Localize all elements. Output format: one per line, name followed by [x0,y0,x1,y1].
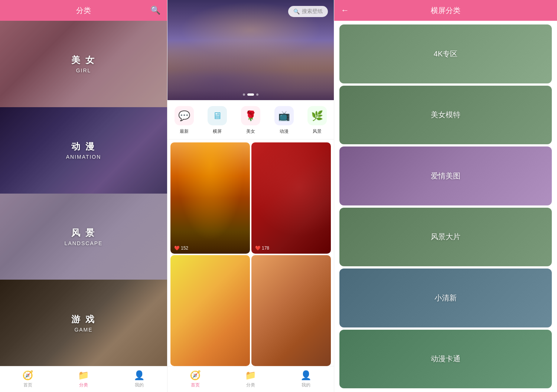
category-en-anime: ANIMATION [66,154,101,160]
nav-item-categories-1[interactable]: 📁 分类 [72,370,95,388]
landscape-item-scenery[interactable]: 风景大片 [339,208,552,267]
landscape-item-anime[interactable]: 动漫卡通 [339,330,552,389]
landscape-icon: 🖥 [208,106,227,125]
home-grid: ❤️ 152 ❤️ 178 [167,139,334,366]
home-cat-anime[interactable]: 📺 动漫 [274,106,294,135]
landscape-header: ← 横屏分类 [334,0,557,21]
landscape-category-list: 4K专区 美女模特 爱情美图 风景大片 小清新 动漫卡通 [334,21,557,392]
back-button[interactable]: ← [341,6,349,15]
landscape-item-love[interactable]: 爱情美图 [339,146,552,205]
nav-label-categories-1: 分类 [79,382,88,388]
heart-icon-1: ❤️ [174,246,180,251]
home-cat-label-anime: 动漫 [280,128,289,135]
home-icon-2: 🧭 [190,370,201,381]
profile-icon-1: 👤 [134,370,145,381]
home-cat-label-beauty: 美女 [246,128,255,135]
bottom-nav-home: 🧭 首页 📁 分类 👤 我的 [167,366,334,392]
category-zh-landscape: 风 景 [71,227,96,239]
home-cat-label-scenery: 风景 [313,128,322,135]
nav-label-profile-1: 我的 [135,382,144,388]
landscape-label-scenery: 风景大片 [431,232,460,242]
banner-dots [243,93,258,96]
category-en-girl: GIRL [76,67,91,73]
home-cat-landscape[interactable]: 🖥 横屏 [208,106,227,135]
home-cat-label-latest: 最新 [180,128,189,135]
nav-item-profile-2[interactable]: 👤 我的 [295,370,317,388]
nav-item-home-2[interactable]: 🧭 首页 [184,370,206,388]
categories-icon-2: 📁 [245,370,256,381]
nav-item-categories-2[interactable]: 📁 分类 [240,370,262,388]
categories-icon-1: 📁 [78,370,89,381]
nav-label-home-1: 首页 [23,382,32,388]
home-banner: 🔍 搜索壁纸 [167,0,334,100]
grid-item-1[interactable]: ❤️ 152 [170,142,250,254]
category-item-anime[interactable]: 动 漫 ANIMATION [0,107,167,194]
category-item-landscape[interactable]: 风 景 LANDSCAPE [0,194,167,280]
panel-landscape: ← 横屏分类 4K专区 美女模特 爱情美图 风景大片 小清新 动漫卡通 [334,0,557,392]
nav-item-home-1[interactable]: 🧭 首页 [17,370,39,388]
category-item-girl[interactable]: 美 女 GIRL [0,21,167,107]
landscape-label-beauty: 美女模特 [431,110,460,120]
bottom-nav-categories: 🧭 首页 📁 分类 👤 我的 [0,366,167,392]
beauty-icon: 🌹 [241,106,260,125]
home-cat-beauty[interactable]: 🌹 美女 [241,106,260,135]
category-en-landscape: LANDSCAPE [65,240,103,246]
like-count-2: ❤️ 178 [255,246,269,251]
home-icon-1: 🧭 [22,370,33,381]
nav-label-profile-2: 我的 [302,382,310,388]
heart-icon-2: ❤️ [255,246,261,251]
profile-icon-2: 👤 [300,370,312,381]
landscape-label-anime: 动漫卡通 [431,354,460,364]
search-icon[interactable]: 🔍 [150,6,160,15]
home-cat-scenery[interactable]: 🌿 风景 [307,106,327,135]
landscape-item-fresh[interactable]: 小清新 [339,269,552,327]
panel-categories: 分类 🔍 美 女 GIRL 动 漫 ANIMATION 风 景 LANDSCAP… [0,0,167,392]
search-icon-banner: 🔍 [293,9,300,14]
landscape-item-4k[interactable]: 4K专区 [339,24,552,83]
like-count-1: ❤️ 152 [174,246,188,251]
category-en-game: GAME [74,327,92,333]
categories-header: 分类 🔍 [0,0,167,21]
home-cat-label-landscape: 横屏 [213,128,222,135]
grid-item-2[interactable]: ❤️ 178 [251,142,331,254]
like-number-1: 152 [181,246,188,251]
category-overlay-anime: 动 漫 ANIMATION [0,107,167,194]
anime-icon: 📺 [274,106,294,125]
dot-3 [256,93,258,96]
nav-item-profile-1[interactable]: 👤 我的 [128,370,150,388]
category-overlay-game: 游 戏 GAME [0,280,167,366]
banner-search-button[interactable]: 🔍 搜索壁纸 [288,6,328,17]
nav-label-categories-2: 分类 [246,382,255,388]
scenery-icon: 🌿 [307,106,327,125]
landscape-label-fresh: 小清新 [434,293,457,303]
grid-item-4[interactable] [251,255,331,366]
dot-1 [243,93,245,96]
categories-title: 分类 [76,6,91,16]
search-placeholder: 搜索壁纸 [302,8,323,15]
category-overlay-landscape: 风 景 LANDSCAPE [0,194,167,280]
category-list: 美 女 GIRL 动 漫 ANIMATION 风 景 LANDSCAPE 游 戏… [0,21,167,366]
home-category-bar: 💬 最新 🖥 横屏 🌹 美女 📺 动漫 🌿 风景 [167,100,334,139]
category-overlay-girl: 美 女 GIRL [0,21,167,107]
landscape-item-beauty[interactable]: 美女模特 [339,86,552,145]
panel-home: 🔍 搜索壁纸 💬 最新 🖥 横屏 🌹 美女 📺 动漫 🌿 风景 [167,0,334,392]
landscape-label-4k: 4K专区 [434,49,457,59]
like-number-2: 178 [262,246,269,251]
nav-label-home-2: 首页 [191,382,200,388]
category-zh-anime: 动 漫 [71,141,96,152]
category-zh-game: 游 戏 [71,313,96,325]
category-zh-girl: 美 女 [71,54,96,66]
category-item-game[interactable]: 游 戏 GAME [0,280,167,366]
grid-item-3[interactable] [170,255,250,366]
landscape-label-love: 爱情美图 [431,171,460,181]
home-cat-latest[interactable]: 💬 最新 [175,106,194,135]
latest-icon: 💬 [175,106,194,125]
dot-2 [247,93,254,96]
landscape-title: 横屏分类 [431,6,460,16]
